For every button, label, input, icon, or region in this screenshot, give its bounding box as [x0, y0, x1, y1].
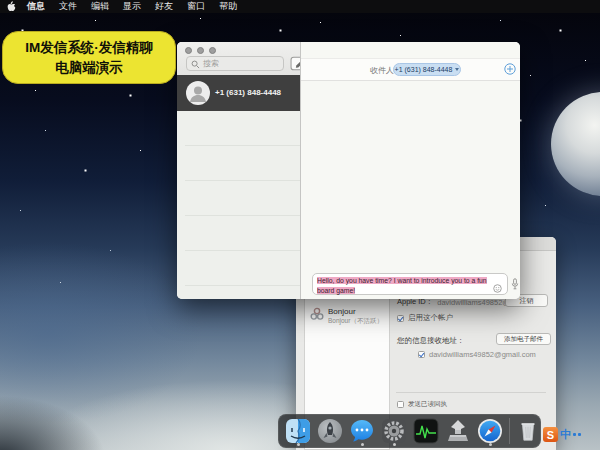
- menu-item-buddies[interactable]: 好友: [148, 0, 180, 13]
- running-indicator: [361, 443, 364, 446]
- list-divider: [185, 145, 300, 146]
- menu-item-help[interactable]: 帮助: [212, 0, 244, 13]
- list-divider: [185, 285, 300, 286]
- promo-banner: IM发信系统·发信精聊 电脑端演示: [2, 31, 176, 84]
- read-receipts-row: 发送已读回执: [397, 400, 447, 409]
- account-list-item-bonjour[interactable]: Bonjour Bonjour（不活跃）: [310, 307, 383, 325]
- dock-messages-icon[interactable]: [349, 418, 375, 444]
- preferences-divider: [396, 392, 546, 393]
- messages-window: 搜索 +1 (631) 848-4448 收件人：: [177, 42, 520, 299]
- message-pane: 收件人： +1 (631) 848-4448 Hello, do you hav…: [301, 42, 520, 299]
- running-indicator: [297, 443, 300, 446]
- watermark-logo: S: [543, 427, 558, 442]
- message-input[interactable]: Hello, do you have time? I want to intro…: [312, 273, 508, 295]
- apple-logo-icon[interactable]: [0, 1, 20, 12]
- read-receipts-label: 发送已读回执: [408, 400, 447, 409]
- conversation-name: +1 (631) 848-4448: [215, 88, 281, 97]
- close-button[interactable]: [185, 47, 192, 54]
- sidebar-toolbar[interactable]: 搜索: [177, 42, 300, 76]
- running-indicator: [393, 443, 396, 446]
- dock-installer-icon[interactable]: [445, 418, 471, 444]
- account-status: Bonjour（不活跃）: [328, 317, 383, 325]
- receive-email-checkbox[interactable]: [418, 351, 425, 358]
- menu-item-edit[interactable]: 编辑: [84, 0, 116, 13]
- window-controls: [185, 47, 216, 54]
- list-divider: [185, 180, 300, 181]
- microphone-icon[interactable]: [511, 276, 519, 288]
- dock-finder-icon[interactable]: [285, 418, 311, 444]
- receive-email-row: davidwilliams49852@gmail.com: [418, 350, 536, 359]
- dock-separator: [509, 418, 510, 444]
- read-receipts-checkbox[interactable]: [397, 401, 404, 408]
- enable-account-checkbox[interactable]: [397, 315, 404, 322]
- minimize-button[interactable]: [197, 47, 204, 54]
- emoji-button[interactable]: [493, 279, 502, 288]
- search-placeholder: 搜索: [203, 58, 219, 69]
- menu-item-file[interactable]: 文件: [52, 0, 84, 13]
- running-indicator: [489, 443, 492, 446]
- list-divider: [185, 250, 300, 251]
- recipient-number: +1 (631) 848-4448: [395, 66, 453, 73]
- dock-launchpad-icon[interactable]: [317, 418, 343, 444]
- menu-item-window[interactable]: 窗口: [180, 0, 212, 13]
- dock-safari-icon[interactable]: [477, 418, 503, 444]
- watermark-mark: [578, 433, 581, 436]
- receive-email-value: davidwilliams49852@gmail.com: [429, 350, 536, 359]
- watermark: S 中: [543, 427, 581, 442]
- enable-account-label: 启用这个帐户: [408, 313, 453, 323]
- moon: [551, 92, 600, 196]
- menu-bar: 信息 文件 编辑 显示 好友 窗口 帮助: [0, 0, 600, 13]
- receive-address-row: 您的信息接收地址：: [397, 336, 465, 346]
- menu-item-messages[interactable]: 信息: [20, 0, 52, 13]
- bonjour-icon: [310, 307, 324, 325]
- menu-item-view[interactable]: 显示: [116, 0, 148, 13]
- dock-activity-monitor-icon[interactable]: [413, 418, 439, 444]
- receive-address-label: 您的信息接收地址：: [397, 336, 465, 346]
- dock: [278, 414, 541, 448]
- banner-line1: IM发信系统·发信精聊: [3, 38, 175, 58]
- recipient-token[interactable]: +1 (631) 848-4448: [393, 63, 461, 76]
- search-icon: [191, 55, 200, 73]
- account-name: Bonjour: [328, 307, 383, 317]
- zoom-button[interactable]: [209, 47, 216, 54]
- list-divider: [185, 215, 300, 216]
- search-input[interactable]: 搜索: [186, 56, 284, 71]
- contact-avatar-icon: [186, 81, 210, 105]
- dock-system-preferences-icon[interactable]: [381, 418, 407, 444]
- chevron-down-icon: [455, 68, 459, 71]
- watermark-text: 中: [560, 427, 571, 442]
- add-recipient-button[interactable]: [504, 61, 516, 73]
- desktop: 信息 文件 编辑 显示 好友 窗口 帮助 IM发信系统·发信精聊 电脑端演示 B…: [0, 0, 600, 450]
- dock-trash-icon[interactable]: [516, 418, 540, 444]
- conversation-sidebar: 搜索 +1 (631) 848-4448: [177, 42, 300, 299]
- banner-line2: 电脑端演示: [3, 58, 175, 78]
- enable-account-row: 启用这个帐户: [397, 313, 453, 323]
- conversation-row-selected[interactable]: +1 (631) 848-4448: [177, 75, 300, 111]
- draft-text-selected: Hello, do you have time? I want to intro…: [317, 277, 487, 294]
- add-email-button[interactable]: 添加电子邮件: [496, 333, 551, 345]
- recipient-row: 收件人： +1 (631) 848-4448: [301, 58, 520, 81]
- watermark-mark: [573, 433, 576, 436]
